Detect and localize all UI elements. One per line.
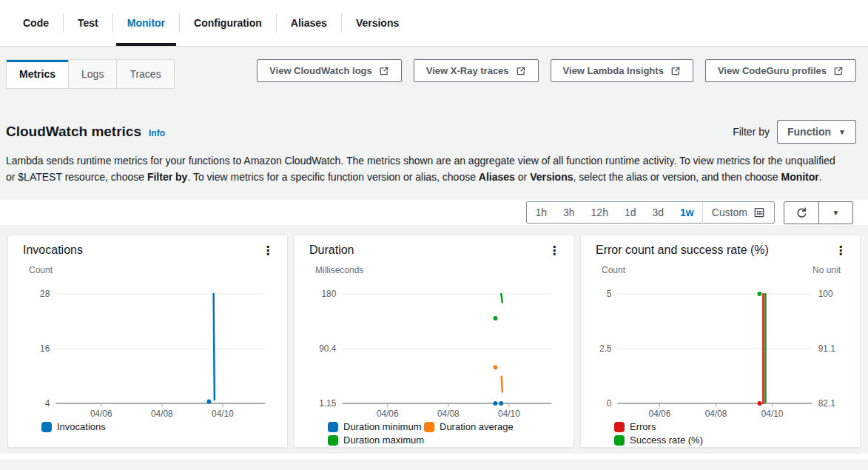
range-3d[interactable]: 3d bbox=[645, 202, 673, 223]
tab-divider bbox=[112, 13, 113, 33]
tab-divider bbox=[276, 13, 277, 33]
metric-card-invocations: Invocations ⋮ Count 4162804/0604/0804/10… bbox=[7, 235, 288, 448]
view-xray-traces-button[interactable]: View X-Ray traces bbox=[414, 59, 539, 82]
legend-label: Duration average bbox=[440, 421, 514, 432]
time-range-selector: 1h 3h 12h 1d 3d 1w Custom bbox=[526, 201, 775, 224]
metrics-description: Lambda sends runtime metrics for your fu… bbox=[6, 153, 838, 185]
range-3h[interactable]: 3h bbox=[555, 202, 583, 223]
svg-text:100: 100 bbox=[818, 289, 833, 299]
tab-versions[interactable]: Versions bbox=[345, 0, 410, 46]
tab-aliases[interactable]: Aliases bbox=[280, 0, 338, 46]
refresh-button[interactable] bbox=[784, 202, 818, 224]
tab-test[interactable]: Test bbox=[67, 0, 110, 46]
invocations-chart-plot: 4162804/0604/0804/10 bbox=[8, 277, 287, 419]
subtab-metrics[interactable]: Metrics bbox=[7, 60, 68, 88]
kebab-menu-icon[interactable]: ⋮ bbox=[832, 244, 850, 258]
refresh-options-dropdown[interactable]: ▼ bbox=[818, 202, 852, 224]
legend-item[interactable]: Duration maximum bbox=[328, 434, 424, 446]
y2-axis-unit-label: No unit bbox=[813, 265, 841, 275]
legend-item[interactable]: Invocations bbox=[41, 421, 106, 432]
subtab-logs[interactable]: Logs bbox=[68, 60, 116, 88]
function-filter-dropdown[interactable]: Function ▼ bbox=[777, 120, 856, 144]
svg-text:04/10: 04/10 bbox=[498, 409, 520, 419]
external-link-icon bbox=[670, 66, 681, 76]
custom-label: Custom bbox=[712, 207, 747, 218]
svg-text:2.5: 2.5 bbox=[599, 343, 612, 354]
kebab-menu-icon[interactable]: ⋮ bbox=[545, 244, 563, 258]
legend-label: Duration minimum bbox=[343, 421, 421, 432]
duration-chart-plot: 1.1590.418004/0604/0804/10 bbox=[295, 277, 573, 419]
tab-divider bbox=[179, 13, 180, 33]
svg-text:04/08: 04/08 bbox=[705, 409, 727, 419]
cloudwatch-metrics-header: CloudWatch metrics Info Filter by Functi… bbox=[6, 120, 862, 144]
legend-color-marker bbox=[614, 435, 625, 446]
external-link-icon bbox=[379, 66, 389, 76]
view-codeguru-profiles-button[interactable]: View CodeGuru profiles bbox=[705, 59, 856, 82]
refresh-control: ▼ bbox=[784, 201, 853, 224]
svg-text:5: 5 bbox=[607, 289, 612, 299]
external-link-icon bbox=[516, 66, 526, 76]
custom-range-button[interactable]: Custom bbox=[703, 202, 774, 223]
dropdown-value: Function bbox=[787, 126, 831, 138]
button-label: View X-Ray traces bbox=[426, 65, 509, 76]
legend-item[interactable]: Success rate (%) bbox=[614, 434, 739, 446]
y-axis-unit-label: Count bbox=[29, 265, 53, 275]
legend-color-marker bbox=[328, 422, 338, 432]
legend-item[interactable]: Duration minimum bbox=[328, 421, 424, 432]
range-1h[interactable]: 1h bbox=[527, 202, 555, 223]
chart-legend: ErrorsSuccess rate (%) bbox=[581, 419, 860, 446]
chart-title: Invocations bbox=[23, 244, 83, 257]
button-label: View Lambda Insights bbox=[563, 65, 664, 76]
calendar-icon bbox=[753, 207, 765, 218]
info-link[interactable]: Info bbox=[149, 128, 165, 138]
legend-label: Duration maximum bbox=[343, 434, 424, 446]
svg-text:4: 4 bbox=[45, 398, 50, 409]
svg-text:04/06: 04/06 bbox=[377, 409, 399, 419]
kebab-menu-icon[interactable]: ⋮ bbox=[259, 244, 277, 258]
metric-card-error-success-rate: Error count and success rate (%) ⋮ Count… bbox=[580, 235, 861, 448]
filter-by-label: Filter by bbox=[733, 126, 770, 138]
legend-item[interactable]: Duration average bbox=[424, 421, 520, 432]
tab-code[interactable]: Code bbox=[12, 0, 60, 46]
svg-text:1.15: 1.15 bbox=[319, 398, 336, 409]
range-12h[interactable]: 12h bbox=[583, 202, 616, 223]
legend-label: Invocations bbox=[57, 421, 106, 432]
button-label: View CloudWatch logs bbox=[269, 65, 372, 76]
view-lambda-insights-button[interactable]: View Lambda Insights bbox=[551, 59, 693, 82]
function-tabbar: Code Test Monitor Configuration Aliases … bbox=[0, 0, 868, 47]
legend-color-marker bbox=[41, 422, 52, 432]
range-1d[interactable]: 1d bbox=[616, 202, 645, 223]
svg-text:16: 16 bbox=[40, 343, 50, 354]
view-cloudwatch-logs-button[interactable]: View CloudWatch logs bbox=[257, 59, 402, 82]
tab-configuration[interactable]: Configuration bbox=[183, 0, 273, 46]
tab-divider bbox=[341, 13, 342, 33]
legend-color-marker bbox=[328, 435, 338, 446]
svg-text:04/10: 04/10 bbox=[212, 409, 234, 419]
range-1w[interactable]: 1w bbox=[672, 202, 702, 223]
legend-label: Success rate (%) bbox=[630, 434, 703, 446]
svg-text:91.1: 91.1 bbox=[818, 343, 835, 354]
chart-title: Duration bbox=[309, 244, 354, 257]
tab-monitor[interactable]: Monitor bbox=[116, 0, 176, 46]
svg-text:04/06: 04/06 bbox=[649, 409, 671, 419]
legend-item[interactable]: Errors bbox=[614, 421, 739, 432]
svg-text:04/06: 04/06 bbox=[90, 409, 112, 419]
external-link-icon bbox=[833, 66, 844, 76]
tab-divider bbox=[63, 13, 64, 33]
svg-text:90.4: 90.4 bbox=[319, 343, 336, 354]
error-success-chart-plot: 02.5582.191.110004/0604/0804/10 bbox=[581, 277, 860, 419]
subtab-traces[interactable]: Traces bbox=[116, 60, 173, 88]
svg-text:180: 180 bbox=[322, 289, 337, 299]
svg-text:04/08: 04/08 bbox=[151, 409, 173, 419]
y-axis-unit-label: Count bbox=[602, 265, 625, 275]
svg-text:04/10: 04/10 bbox=[761, 409, 784, 419]
monitor-subnav: Metrics Logs Traces View CloudWatch logs… bbox=[6, 59, 862, 89]
legend-color-marker bbox=[424, 422, 434, 432]
metric-card-duration: Duration ⋮ Milliseconds 1.1590.418004/06… bbox=[294, 235, 574, 448]
svg-text:0: 0 bbox=[607, 398, 612, 409]
legend-label: Errors bbox=[630, 421, 656, 432]
chart-title: Error count and success rate (%) bbox=[596, 244, 769, 257]
metric-cards-row: Invocations ⋮ Count 4162804/0604/0804/10… bbox=[6, 235, 862, 448]
svg-text:04/08: 04/08 bbox=[437, 409, 460, 419]
metrics-logs-traces-switch: Metrics Logs Traces bbox=[6, 59, 175, 89]
